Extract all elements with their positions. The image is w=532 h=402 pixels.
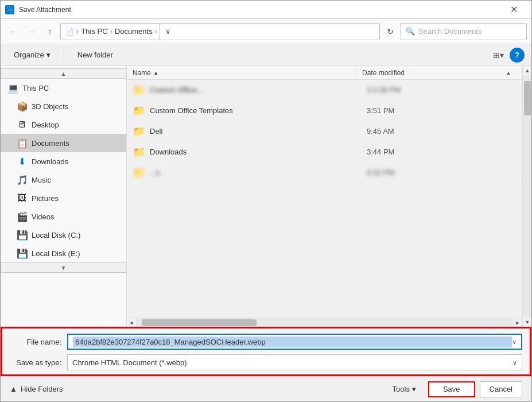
sidebar-item-downloads[interactable]: ⬇ Downloads (1, 152, 126, 171)
col-date-label: Date modified (362, 69, 405, 77)
3d-objects-label: 3D Objects (32, 102, 68, 111)
col-header-date[interactable]: Date modified (356, 66, 522, 79)
sidebar-scroll-up[interactable]: ▲ (1, 68, 126, 79)
downloads-icon: ⬇ (17, 156, 27, 167)
sidebar-item-desktop[interactable]: 🖥 Desktop (1, 115, 126, 134)
path-dropdown-button[interactable]: ∨ (160, 23, 176, 40)
sidebar-item-local-disk-e[interactable]: 💾 Local Disk (E:) (1, 244, 126, 262)
h-scroll-right-button[interactable]: ► (513, 318, 522, 327)
videos-icon: 🎬 (17, 211, 27, 222)
col-name-label: Name (133, 69, 151, 77)
videos-label: Videos (32, 212, 55, 221)
file-row[interactable]: 📁 Custom Office Templates 3:51 PM (127, 100, 522, 121)
search-box[interactable]: 🔍 Search Documents (401, 23, 527, 40)
save-as-type-value: Chrome HTML Document (*.webp) (72, 358, 187, 367)
save-as-type-select[interactable]: Chrome HTML Document (*.webp) ∨ (67, 354, 522, 370)
documents-label: Documents (32, 139, 69, 148)
file-name-value: 64da2bf82e307274f27a0c18_ManagedSOCHeade… (73, 337, 512, 347)
file-row[interactable]: 📁 Dell 9:45 AM (127, 121, 522, 142)
file-date: 3:44 PM (367, 148, 517, 156)
view-arrow: ▾ (500, 51, 504, 60)
file-name-dropdown-arrow[interactable]: ∨ (512, 338, 517, 346)
path-this-pc: This PC (81, 27, 107, 36)
path-separator-2: › (110, 27, 112, 36)
file-date: 3 5:38 PM (367, 86, 517, 94)
path-separator-3: › (155, 27, 157, 36)
save-as-type-dropdown-arrow[interactable]: ∨ (512, 359, 517, 366)
path-doc-icon: 📄 (65, 28, 74, 36)
documents-icon: 📋 (17, 138, 27, 149)
help-button[interactable]: ? (510, 48, 525, 63)
path-separator-1: › (76, 27, 79, 36)
v-scroll-up-button[interactable]: ▲ (523, 66, 531, 75)
sidebar-scroll-down[interactable]: ▼ (1, 262, 126, 273)
refresh-button[interactable]: ↻ (382, 24, 398, 40)
file-name-input[interactable]: 64da2bf82e307274f27a0c18_ManagedSOCHeade… (67, 334, 522, 350)
file-name: ...s (150, 168, 362, 177)
tools-button[interactable]: Tools ▾ (385, 381, 424, 397)
file-list-scroll-up[interactable]: ▲ (504, 66, 513, 80)
file-date: 9:45 AM (367, 127, 517, 136)
file-name-row: File name: 64da2bf82e307274f27a0c18_Mana… (10, 334, 522, 350)
tools-label: Tools (393, 385, 410, 393)
toolbar: Organize ▾ New folder ⊞ ▾ ? (1, 44, 531, 66)
file-name: Downloads (150, 148, 362, 156)
sidebar-container: ▲ 💻 This PC 📦 3D Objects 🖥 Desktop 📋 Doc… (1, 66, 127, 327)
h-scroll-left-button[interactable]: ◄ (127, 318, 136, 327)
view-icon: ⊞ (493, 51, 500, 60)
music-label: Music (32, 176, 51, 184)
up-button[interactable]: ↑ (42, 24, 58, 40)
sidebar-item-local-disk-c[interactable]: 💾 Local Disk (C:) (1, 226, 126, 244)
h-scrollbar: ◄ ► (127, 318, 522, 327)
save-as-type-label: Save as type: (10, 358, 61, 367)
sidebar-item-videos[interactable]: 🎬 Videos (1, 207, 126, 226)
back-button[interactable]: ← (5, 24, 21, 40)
h-scroll-track[interactable] (136, 318, 513, 327)
folder-icon: 📁 (133, 105, 145, 117)
view-button[interactable]: ⊞ ▾ (490, 47, 506, 63)
toolbar-separator (64, 49, 64, 61)
file-list-body: 📁 Custom Office... 3 5:38 PM 📁 Custom Of… (127, 80, 522, 318)
pictures-icon: 🖼 (17, 193, 27, 203)
v-scrollbar: ▲ ▼ (522, 66, 531, 327)
new-folder-button[interactable]: New folder (71, 47, 119, 63)
sidebar-item-this-pc[interactable]: 💻 This PC (1, 79, 126, 97)
downloads-label: Downloads (32, 157, 68, 166)
cancel-button[interactable]: Cancel (480, 381, 522, 397)
folder-icon: 📁 (133, 146, 145, 159)
organize-label: Organize (14, 51, 44, 59)
title-bar-text: Save Attachment (19, 6, 500, 14)
hide-folders-arrow: ▲ (10, 385, 17, 393)
v-scroll-down-button[interactable]: ▼ (523, 318, 531, 327)
hide-folders-button[interactable]: ▲ Hide Folders (10, 385, 63, 393)
sidebar-item-3d-objects[interactable]: 📦 3D Objects (1, 97, 126, 115)
this-pc-label: This PC (22, 84, 49, 92)
close-button[interactable]: ✕ (500, 1, 527, 19)
file-row[interactable]: 📁 ...s 6:32 PM (127, 163, 522, 183)
3d-objects-icon: 📦 (17, 101, 27, 112)
address-path[interactable]: 📄 › This PC › Documents › ∨ (60, 23, 380, 40)
file-row[interactable]: 📁 Custom Office... 3 5:38 PM (127, 80, 522, 100)
file-name: Dell (150, 127, 362, 136)
sidebar-item-music[interactable]: 🎵 Music (1, 171, 126, 189)
save-button[interactable]: Save (428, 381, 475, 397)
organize-arrow: ▾ (46, 51, 51, 59)
local-disk-e-label: Local Disk (E:) (32, 249, 80, 258)
organize-button[interactable]: Organize ▾ (7, 47, 57, 63)
file-date: 3:51 PM (367, 106, 517, 115)
forward-button[interactable]: → (24, 24, 40, 40)
file-area: Name ▲ Date modified ▲ 📁 Custom Office..… (127, 66, 522, 327)
v-scroll-track[interactable] (523, 75, 531, 318)
file-row[interactable]: 📁 Downloads 3:44 PM (127, 142, 522, 163)
sidebar-item-documents[interactable]: 📋 Documents (1, 134, 126, 152)
search-icon: 🔍 (406, 27, 415, 36)
main-content: ▲ 💻 This PC 📦 3D Objects 🖥 Desktop 📋 Doc… (1, 66, 531, 327)
v-scroll-thumb[interactable] (524, 81, 531, 115)
col-header-name[interactable]: Name ▲ (127, 66, 356, 79)
sidebar-item-pictures[interactable]: 🖼 Pictures (1, 189, 126, 207)
file-name-label: File name: (10, 338, 61, 346)
desktop-label: Desktop (32, 121, 59, 129)
h-scroll-thumb[interactable] (142, 319, 257, 326)
path-documents: Documents (115, 27, 153, 36)
bottom-form: File name: 64da2bf82e307274f27a0c18_Mana… (1, 327, 531, 376)
